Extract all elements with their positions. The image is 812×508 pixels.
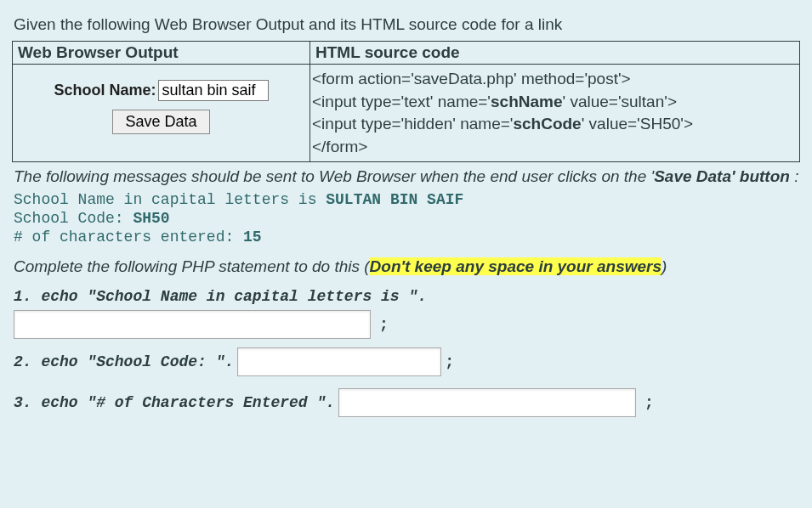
code-line-2: <input type='text' name='schName' value=… [312, 91, 794, 114]
code-line-3: <input type='hidden' name='schCode' valu… [312, 113, 794, 136]
complete-instruction: Complete the following PHP statement to … [14, 257, 800, 276]
code-line-1: <form action='saveData.php' method='post… [312, 68, 794, 91]
semicolon-1: ; [379, 316, 389, 333]
output-line-1: School Name in capital letters is SULTAN… [14, 191, 800, 208]
output-line-3: # of characters entered: 15 [14, 229, 800, 246]
question-2-code: 2. echo "School Code: ". [14, 353, 234, 370]
answer-input-2[interactable] [237, 347, 441, 376]
col-header-right: HTML source code [310, 42, 800, 65]
code-line-4: </form> [312, 136, 794, 159]
semicolon-2: ; [445, 353, 454, 370]
col-header-left: Web Browser Output [13, 42, 310, 65]
question-1-code: 1. echo "School Name in capital letters … [14, 288, 800, 305]
semicolon-3: ; [644, 394, 654, 411]
example-table: Web Browser Output HTML source code Scho… [12, 41, 800, 162]
output-line-2: School Code: SH50 [14, 210, 800, 227]
question-3-code: 3. echo "# of Characters Entered ". [14, 394, 335, 411]
answer-input-3[interactable] [338, 388, 636, 417]
intro-text: Given the following Web Browser Output a… [14, 15, 800, 34]
answer-input-1[interactable] [14, 310, 371, 339]
messages-intro: The following messages should be sent to… [14, 167, 800, 186]
school-name-input[interactable] [158, 80, 269, 101]
save-data-button[interactable]: Save Data [112, 110, 209, 134]
school-name-label: School Name: [54, 82, 156, 99]
browser-output-cell: School Name: Save Data [13, 65, 310, 162]
html-source-cell: <form action='saveData.php' method='post… [310, 65, 800, 162]
